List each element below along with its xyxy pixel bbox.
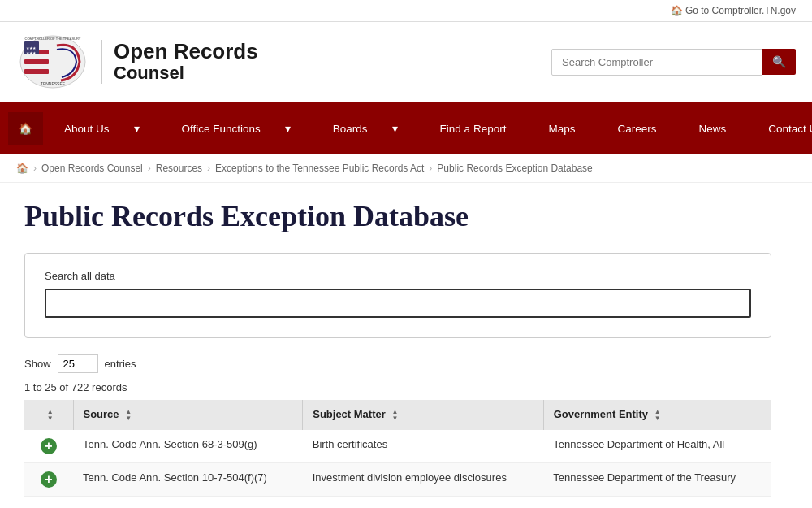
entries-input[interactable] [58,354,98,373]
svg-text:TENNESSEE: TENNESSEE [41,81,66,86]
chevron-down-icon: ▾ [382,112,408,145]
row-entity-cell: Tennessee Department of Health, All [543,430,771,463]
col-gov-entity: Government Entity ▲▼ [543,400,771,430]
header-search-button[interactable]: 🔍 [762,49,796,75]
nav-find-report[interactable]: Find a Report [419,103,528,154]
table-row: + Tenn. Code Ann. Section 10-7-504(f)(7)… [24,462,771,496]
tennessee-seal: ★★★ ★★★ TENNESSEE COMPTROLLER OF THE TRE… [16,33,89,90]
row-source-cell: Tenn. Code Ann. Section 68-3-509(g) [73,430,303,463]
records-count: 1 to 25 of 722 records [24,381,771,393]
page-title: Public Records Exception Database [24,199,771,233]
col-expand: ▲▼ [24,400,73,430]
nav-office-functions[interactable]: Office Functions ▾ [161,102,312,154]
row-expand-cell: + [24,462,73,496]
row-expand-cell: + [24,430,73,463]
nav-find-report-link[interactable]: Find a Report [419,103,528,154]
svg-text:★★★: ★★★ [26,50,37,55]
logo-text: Open Records Counsel [101,40,258,85]
header-search-area: 🔍 [551,49,796,76]
nav-home[interactable]: 🏠 [8,112,43,145]
main-content: Public Records Exception Database Search… [0,183,796,508]
nav-careers[interactable]: Careers [596,103,677,154]
sort-icons-subject[interactable]: ▲▼ [391,409,398,422]
chevron-down-icon: ▾ [274,112,301,145]
breadcrumb-orc[interactable]: Open Records Counsel [41,163,143,174]
breadcrumb-resources[interactable]: Resources [156,163,202,174]
row-entity-cell: Tennessee Department of the Treasury [543,462,771,496]
breadcrumb-sep-4: › [429,163,432,174]
main-navbar: 🏠 About Us ▾ Office Functions ▾ Boards ▾… [0,102,812,154]
breadcrumb-exceptions[interactable]: Exceptions to the Tennessee Public Recor… [215,163,424,174]
nav-maps[interactable]: Maps [527,103,596,154]
expand-button[interactable]: + [41,471,57,488]
sort-icons[interactable]: ▲▼ [47,409,54,422]
breadcrumb-current: Public Records Exception Database [437,163,592,174]
breadcrumb-sep-3: › [207,163,210,174]
nav-news[interactable]: News [677,103,747,154]
nav-contact[interactable]: Contact Us [747,103,812,154]
top-bar: 🏠 Go to Comptroller.TN.gov [0,0,812,22]
col-source: Source ▲▼ [73,400,303,430]
records-table: ▲▼ Source ▲▼ Subject Matter ▲▼ Governmen… [24,400,771,497]
row-subject-cell: Birth certificates [303,430,544,463]
logo-area: ★★★ ★★★ TENNESSEE COMPTROLLER OF THE TRE… [16,33,258,90]
expand-button[interactable]: + [41,438,57,454]
sort-icons-source[interactable]: ▲▼ [125,409,132,422]
search-card-label: Search all data [45,270,751,282]
row-source-cell: Tenn. Code Ann. Section 10-7-504(f)(7) [73,462,303,496]
table-controls: Show entries [24,354,771,373]
nav-about-link[interactable]: About Us ▾ [43,102,161,154]
nav-boards-link[interactable]: Boards ▾ [312,102,419,154]
chevron-down-icon: ▾ [123,112,150,145]
navbar-items: 🏠 About Us ▾ Office Functions ▾ Boards ▾… [8,102,812,154]
site-title-line2: Counsel [114,63,258,84]
nav-contact-link[interactable]: Contact Us [747,103,812,154]
nav-boards[interactable]: Boards ▾ [312,102,419,154]
svg-rect-3 [24,69,49,74]
site-title-line1: Open Records [114,40,258,63]
search-all-input[interactable] [45,289,751,318]
nav-home-link[interactable]: 🏠 [8,112,43,145]
home-icon: 🏠 [671,5,683,16]
breadcrumb-home[interactable]: 🏠 [16,163,28,174]
site-header: ★★★ ★★★ TENNESSEE COMPTROLLER OF THE TRE… [0,22,812,102]
breadcrumb: 🏠 › Open Records Counsel › Resources › E… [0,154,812,183]
nav-news-link[interactable]: News [677,103,747,154]
nav-maps-link[interactable]: Maps [527,103,596,154]
nav-office-link[interactable]: Office Functions ▾ [161,102,312,154]
breadcrumb-sep-2: › [148,163,151,174]
svg-text:COMPTROLLER OF THE TREASURY: COMPTROLLER OF THE TREASURY [25,37,81,41]
nav-careers-link[interactable]: Careers [596,103,677,154]
nav-about[interactable]: About Us ▾ [43,102,161,154]
show-label: Show [24,358,51,370]
sort-icons-entity[interactable]: ▲▼ [654,409,661,422]
table-header-row: ▲▼ Source ▲▼ Subject Matter ▲▼ Governmen… [24,400,771,430]
col-subject: Subject Matter ▲▼ [303,400,544,430]
header-search-input[interactable] [551,49,762,76]
table-body: + Tenn. Code Ann. Section 68-3-509(g) Bi… [24,430,771,497]
row-subject-cell: Investment division employee disclosures [303,462,544,496]
breadcrumb-sep-1: › [33,163,37,174]
comptroller-link[interactable]: Go to Comptroller.TN.gov [685,5,796,16]
svg-rect-2 [24,59,49,64]
entries-label: entries [105,358,136,370]
search-card: Search all data [24,253,771,338]
table-row: + Tenn. Code Ann. Section 68-3-509(g) Bi… [24,430,771,463]
